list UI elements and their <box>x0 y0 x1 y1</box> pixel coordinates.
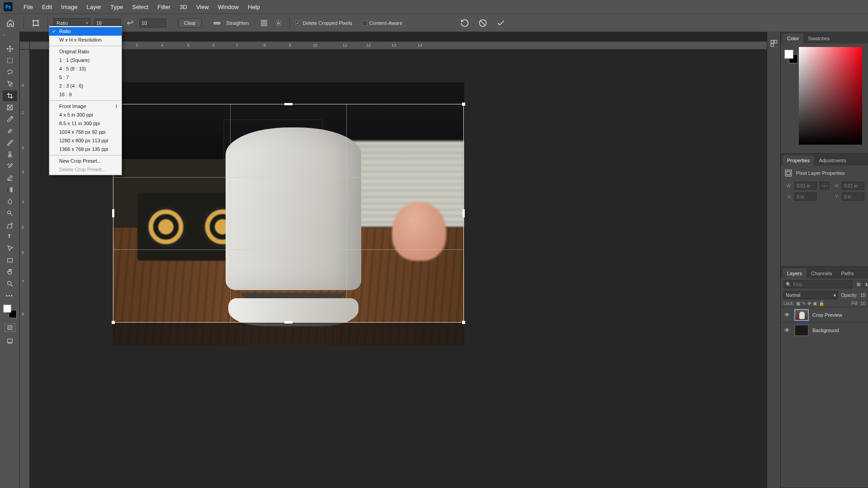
swap-dimensions-button[interactable] <box>125 18 136 28</box>
delete-cropped-checkbox[interactable]: ✓ Delete Cropped Pixels <box>295 20 352 26</box>
menu-3d[interactable]: 3D <box>175 4 192 10</box>
lock-nest-icon[interactable]: ▣ <box>813 301 817 306</box>
tab-adjustments[interactable]: Adjustments <box>814 155 851 165</box>
path-select-tool[interactable] <box>3 243 17 254</box>
commit-crop-button[interactable] <box>495 18 506 28</box>
dodge-tool[interactable] <box>3 208 17 219</box>
prop-y-input[interactable] <box>842 192 864 201</box>
menu-filter[interactable]: Filter <box>153 4 175 10</box>
link-wh-button[interactable]: ⟞⟝ <box>820 182 829 190</box>
crop-handle-bl[interactable] <box>112 321 115 324</box>
move-tool[interactable] <box>3 43 17 54</box>
healing-tool[interactable] <box>3 126 17 136</box>
ratio-menu-item[interactable]: 1280 x 800 px 113 ppi <box>49 136 122 145</box>
tab-properties[interactable]: Properties <box>783 155 814 165</box>
screenmode-button[interactable] <box>5 337 15 345</box>
crop-settings-button[interactable] <box>273 18 284 28</box>
eraser-tool[interactable] <box>3 173 17 183</box>
crop-handle-tr[interactable] <box>462 103 465 106</box>
tab-channels[interactable]: Channels <box>807 268 836 278</box>
ratio-menu-item[interactable]: 1366 x 768 px 135 ppi <box>49 145 122 154</box>
lock-trans-icon[interactable]: ▦ <box>796 301 800 306</box>
ratio-menu-item[interactable]: W x H x Resolution <box>49 36 122 44</box>
gradient-tool[interactable] <box>3 184 17 195</box>
home-button[interactable] <box>3 17 18 29</box>
lasso-tool[interactable] <box>3 67 17 78</box>
layer-item[interactable]: 👁 Background <box>781 322 868 338</box>
ratio-menu-item[interactable]: 5 : 7 <box>49 73 122 82</box>
color-fgbg[interactable] <box>784 50 798 63</box>
stamp-tool[interactable] <box>3 149 17 160</box>
marquee-tool[interactable] <box>3 55 17 66</box>
lock-paint-icon[interactable]: ✎ <box>802 301 806 306</box>
crop-handle-br[interactable] <box>462 321 465 324</box>
filter-adjust-icon[interactable]: ◐ <box>863 281 868 288</box>
crop-handle-l[interactable] <box>112 209 114 217</box>
tab-swatches[interactable]: Swatches <box>803 33 834 43</box>
ratio-menu-item[interactable]: 8.5 x 11 in 300 ppi <box>49 119 122 128</box>
menu-layer[interactable]: Layer <box>82 4 106 10</box>
fg-bg-color[interactable] <box>3 305 17 318</box>
overlay-grid-button[interactable] <box>259 18 269 28</box>
ratio-menu-item[interactable]: 2 : 3 (4 : 6) <box>49 82 122 90</box>
tab-layers[interactable]: Layers <box>783 268 807 278</box>
ratio-menu-item[interactable]: Original Ratio <box>49 47 122 56</box>
menu-image[interactable]: Image <box>57 4 82 10</box>
menu-view[interactable]: View <box>192 4 213 10</box>
fill-value[interactable]: 10 <box>860 301 865 306</box>
collapsed-panel-icon[interactable] <box>769 38 779 49</box>
tab-paths[interactable]: Paths <box>837 268 859 278</box>
blend-mode-select[interactable]: Normal▾ <box>783 291 838 299</box>
ratio-menu-item[interactable]: 1024 x 768 px 92 ppi <box>49 128 122 136</box>
shape-tool[interactable] <box>3 255 17 266</box>
menu-edit[interactable]: Edit <box>38 4 57 10</box>
type-tool[interactable]: T <box>3 231 17 242</box>
ratio-menu-item[interactable]: 4 x 5 in 300 ppi <box>49 111 122 119</box>
ratio-menu-item[interactable]: Ratio <box>49 27 122 36</box>
history-brush-tool[interactable] <box>3 161 17 172</box>
filter-pixel-icon[interactable]: ▦ <box>855 281 862 288</box>
crop-handle-b[interactable] <box>284 321 292 324</box>
ratio-menu-item[interactable]: New Crop Preset... <box>49 157 122 165</box>
menu-help[interactable]: Help <box>243 4 264 10</box>
quickmask-button[interactable] <box>5 324 15 332</box>
tab-color[interactable]: Color <box>783 33 803 43</box>
pen-tool[interactable] <box>3 220 17 230</box>
lock-pos-icon[interactable]: ✥ <box>807 301 811 306</box>
visibility-icon[interactable]: 👁 <box>783 312 791 318</box>
opacity-value[interactable]: 10 <box>860 293 865 298</box>
ratio-menu-item[interactable]: Front ImageI <box>49 102 122 111</box>
layer-item[interactable]: 👁 Crop Preview <box>781 307 868 322</box>
blur-tool[interactable] <box>3 196 17 207</box>
cancel-crop-button[interactable] <box>477 18 488 28</box>
visibility-icon[interactable]: 👁 <box>783 327 791 333</box>
layer-filter-search[interactable]: 🔍 <box>783 280 853 288</box>
brush-tool[interactable] <box>3 137 17 148</box>
menu-select[interactable]: Select <box>127 4 153 10</box>
menu-window[interactable]: Window <box>213 4 243 10</box>
crop-rectangle[interactable] <box>113 104 464 323</box>
menu-type[interactable]: Type <box>106 4 127 10</box>
prop-w-input[interactable] <box>794 182 817 190</box>
ratio-menu-item[interactable]: 16 : 9 <box>49 90 122 99</box>
hand-tool[interactable] <box>3 267 17 277</box>
canvas-area[interactable]: 01234567891011121314 012345678 <box>20 32 767 488</box>
prop-h-input[interactable] <box>842 182 864 190</box>
ratio-menu-item[interactable]: 4 : 5 (8 : 10) <box>49 65 122 73</box>
crop-handle-t[interactable] <box>284 103 292 105</box>
ratio-menu-item[interactable]: 1 : 1 (Square) <box>49 56 122 65</box>
menu-file[interactable]: File <box>19 4 38 10</box>
reset-crop-button[interactable] <box>459 18 470 28</box>
edit-toolbar-button[interactable]: ••• <box>3 290 17 301</box>
zoom-tool[interactable] <box>3 278 17 289</box>
color-picker-field[interactable] <box>799 47 862 145</box>
crop-tool[interactable] <box>3 90 17 101</box>
eyedropper-tool[interactable] <box>3 114 17 125</box>
straighten-icon[interactable] <box>212 18 222 28</box>
crop-handle-r[interactable] <box>462 209 465 217</box>
layer-filter-input[interactable] <box>793 282 850 287</box>
frame-tool[interactable] <box>3 102 17 113</box>
quick-select-tool[interactable] <box>3 79 17 89</box>
crop-height-input[interactable] <box>139 19 166 28</box>
lock-all-icon[interactable]: 🔒 <box>819 301 824 306</box>
